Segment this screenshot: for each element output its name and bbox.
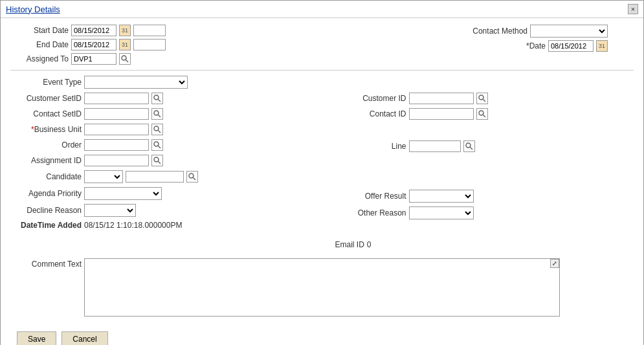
assigned-to-input[interactable] [71,53,117,65]
candidate-lookup-button[interactable] [186,171,198,183]
end-date-extra-input[interactable] [133,39,166,50]
start-date-input[interactable] [71,25,117,36]
event-type-label: Event Type [10,78,82,87]
customer-id-input[interactable] [409,93,474,104]
top-section: Start Date 31 End Date 31 Assigned To [10,25,634,65]
decline-reason-select[interactable] [84,204,136,217]
window-title: History Details [6,5,60,14]
order-row: Order [10,139,309,151]
other-reason-row: Other Reason [335,206,634,219]
svg-line-15 [483,100,485,102]
svg-point-8 [154,142,159,146]
spacer-2 [335,124,634,140]
cancel-button[interactable]: Cancel [61,331,107,345]
business-unit-lookup-button[interactable] [151,124,163,135]
offer-result-row: Offer Result [335,190,634,203]
assigned-to-label: Assigned To [10,54,69,63]
svg-line-11 [159,162,161,164]
contact-setid-input[interactable] [84,108,149,120]
comment-text-label: Comment Text [10,258,82,269]
start-date-calendar-button[interactable]: 31 [119,25,131,36]
order-lookup-button[interactable] [151,139,163,151]
end-date-input[interactable] [71,39,117,50]
svg-line-19 [470,148,472,150]
svg-point-10 [154,157,159,162]
event-type-select[interactable] [84,76,188,89]
comment-row: Comment Text ⤢ [10,258,634,318]
customer-setid-lookup-button[interactable] [151,93,163,104]
svg-line-9 [159,146,161,149]
comment-section: Comment Text ⤢ [10,258,634,318]
customer-setid-input[interactable] [84,93,149,104]
assignment-id-lookup-button[interactable] [151,155,163,166]
business-unit-input[interactable] [84,124,149,135]
agenda-priority-select[interactable] [84,187,162,200]
svg-point-2 [154,95,159,100]
assignment-id-input[interactable] [84,155,149,166]
decline-reason-row: Decline Reason [10,204,309,217]
comment-text-input[interactable] [84,258,560,317]
line-row: Line [335,140,634,152]
svg-point-14 [479,95,483,100]
customer-setid-label: Customer SetID [10,94,82,103]
close-button[interactable]: × [628,4,638,14]
line-input[interactable] [409,140,461,152]
assigned-to-lookup-button[interactable] [119,53,131,65]
contact-setid-lookup-button[interactable] [151,108,163,120]
svg-line-5 [159,115,161,118]
date-input[interactable] [548,40,594,52]
assignment-id-label: Assignment ID [10,156,82,165]
assigned-to-row: Assigned To [10,53,166,65]
end-date-label: End Date [10,40,69,49]
contact-method-select[interactable] [530,25,608,38]
datetime-added-row: DateTime Added 08/15/12 1:10:18.000000PM [10,221,309,230]
contact-id-row: Contact ID [335,108,634,120]
start-date-label: Start Date [10,26,69,35]
customer-setid-row: Customer SetID [10,93,309,104]
order-input[interactable] [84,139,149,151]
button-row: Save Cancel [10,331,634,345]
spacer-4 [335,223,634,240]
search-icon [153,94,162,103]
contact-id-input[interactable] [409,108,474,120]
svg-point-6 [154,126,159,131]
email-id-row: Email ID 0 [335,240,634,249]
search-icon [153,109,162,118]
svg-line-1 [126,60,129,63]
order-label: Order [10,140,82,150]
other-reason-select[interactable] [409,206,474,219]
save-button[interactable]: Save [17,331,56,345]
end-date-row: End Date 31 [10,39,166,50]
datetime-added-label: DateTime Added [10,221,82,230]
svg-line-3 [159,100,161,102]
top-right-fields: Contact Method *Date 31 [472,25,634,65]
customer-id-label: Customer ID [335,94,406,103]
start-date-extra-input[interactable] [133,25,166,36]
customer-id-lookup-button[interactable] [476,93,488,104]
agenda-priority-row: Agenda Priority [10,187,309,200]
contact-id-lookup-button[interactable] [476,108,488,120]
candidate-row: Candidate [10,170,309,183]
contact-setid-row: Contact SetID [10,108,309,120]
comment-box-wrapper: ⤢ [84,258,560,318]
header-date-row: *Date 31 [526,40,608,52]
expand-textarea-button[interactable]: ⤢ [550,259,559,268]
spacer-1 [335,76,634,93]
decline-reason-label: Decline Reason [10,206,82,215]
candidate-input[interactable] [126,171,184,183]
other-reason-label: Other Reason [335,208,406,217]
search-icon [478,109,487,118]
business-unit-row: Business Unit [10,124,309,135]
line-lookup-button[interactable] [463,140,475,152]
end-date-calendar-button[interactable]: 31 [119,39,131,50]
svg-point-18 [466,143,471,148]
offer-result-select[interactable] [409,190,474,203]
candidate-select[interactable] [84,170,123,183]
search-icon [465,142,474,151]
search-icon [153,125,162,134]
search-icon [188,172,197,181]
date-calendar-button[interactable]: 31 [596,40,608,52]
email-id-value: 0 [367,240,372,249]
main-form: Event Type Customer SetID [10,76,634,253]
search-icon [478,94,487,103]
